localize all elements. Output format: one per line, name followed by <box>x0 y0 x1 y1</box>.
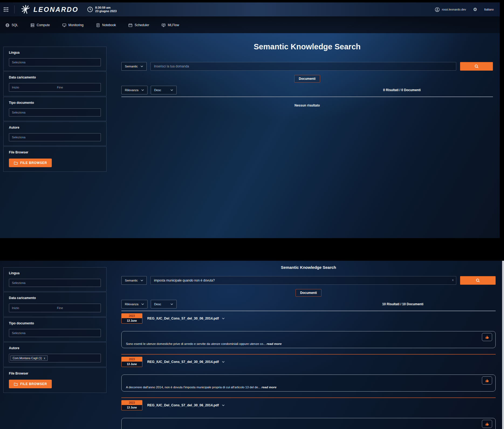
filter-lingua: Lingua <box>3 47 107 71</box>
sort-direction-select[interactable]: Desc <box>151 86 177 94</box>
sort-field-select[interactable]: Rilevanza <box>121 300 148 308</box>
file-browser-button[interactable]: FILE BROWSER <box>9 159 52 167</box>
date-range-input[interactable]: Inizio Fine <box>9 304 101 312</box>
sort-direction-select[interactable]: Desc <box>151 300 177 308</box>
filters-sidebar: Lingua Data caricamento Inizio Fine Tipo… <box>3 47 107 172</box>
top-header: LEONARDO 8:30:59 am 23 giugno 2023 <box>0 2 500 17</box>
no-results-message: Nessun risultato <box>121 104 493 107</box>
chevron-down-icon <box>140 66 143 67</box>
leonardo-logo: LEONARDO <box>20 4 78 15</box>
chip-remove-icon[interactable]: x <box>44 357 45 360</box>
result-item: 2023 13 June REG_IUC_Del_Cons_57_del_30_… <box>121 357 496 392</box>
nav-item-scheduler[interactable]: Scheduler <box>128 23 149 27</box>
autore-select[interactable]: Com.Montana Cagli (1) x <box>9 354 101 362</box>
search-button[interactable] <box>460 276 496 285</box>
read-more-link[interactable]: read more <box>267 342 282 345</box>
nav-item-compute[interactable]: Compute <box>30 23 50 27</box>
inizio-placeholder: Inizio <box>12 306 19 310</box>
tipo-documento-select[interactable] <box>9 108 101 116</box>
inizio-placeholder: Inizio <box>12 86 19 89</box>
nav-item-notebook[interactable]: Notebook <box>96 23 116 27</box>
chevron-down-icon <box>170 303 173 305</box>
clear-search-icon[interactable]: x <box>452 279 454 282</box>
results-count: 0 Risultati / 0 Documenti <box>383 88 421 92</box>
date-range-input[interactable]: Inizio Fine <box>9 83 101 92</box>
nav-item-label: Compute <box>37 23 50 27</box>
nav-item-label: MLFlow <box>168 23 179 27</box>
clock-icon <box>87 6 93 12</box>
filter-lingua: Lingua <box>3 267 107 291</box>
language-selector[interactable]: Italiano <box>484 8 494 11</box>
result-filename[interactable]: REG_IUC_Del_Cons_57_del_30_06_2014.pdf <box>147 403 225 407</box>
result-snippet-card: A decorrere dall'anno 2014, non è dovuta… <box>121 375 496 392</box>
result-divider-orange <box>121 397 496 398</box>
sql-icon <box>5 23 9 27</box>
chevron-down-icon <box>170 89 173 91</box>
nav-item-monitoring[interactable]: Monitoring <box>62 23 84 27</box>
result-filename[interactable]: REG_IUC_Del_Cons_57_del_30_06_2014.pdf <box>147 317 225 320</box>
search-input[interactable] <box>150 62 456 71</box>
badge-year: 2023 <box>122 400 142 405</box>
chevron-down-icon <box>140 280 143 281</box>
nav-item-sql[interactable]: SQL <box>5 23 18 27</box>
folder-icon <box>14 382 18 386</box>
chevron-down-icon <box>222 361 225 363</box>
thumbs-up-icon <box>485 422 489 426</box>
nav-item-mlflow[interactable]: MLFlow <box>162 23 179 27</box>
chevron-down-icon <box>222 318 225 319</box>
read-more-link[interactable]: read more <box>262 386 277 389</box>
screenshot-results-state: Lingua Data caricamento Inizio Fine Tipo… <box>0 261 504 429</box>
clock-date: 23 giugno 2023 <box>95 9 116 13</box>
filter-tipo-label: Tipo documento <box>9 101 101 105</box>
sort-field-select[interactable]: Rilevanza <box>121 86 148 94</box>
thumbs-up-icon <box>485 379 489 383</box>
user-name: rossi.leonardo.dev <box>442 8 466 11</box>
divider <box>14 5 15 13</box>
lingua-select[interactable] <box>9 58 101 66</box>
user-menu[interactable]: rossi.leonardo.dev <box>435 7 466 12</box>
search-mode-select[interactable]: Semantic <box>121 62 147 71</box>
result-snippet-card: 184, comma 2, del Decreto Legislativo 3 … <box>121 418 496 429</box>
search-input[interactable] <box>150 276 456 285</box>
brand-name: LEONARDO <box>33 6 78 13</box>
fine-placeholder: Fine <box>57 306 63 310</box>
clock-time: 8:30:59 am <box>95 6 116 9</box>
tab-documenti[interactable]: Documenti <box>296 289 321 297</box>
search-button[interactable] <box>460 62 493 71</box>
tab-documenti[interactable]: Documenti <box>294 75 320 83</box>
search-icon <box>474 64 479 68</box>
result-item: 2023 13 June REG_IUC_Del_Cons_57_del_30_… <box>121 313 496 348</box>
filter-autore: Autore <box>3 122 107 146</box>
result-item: 2023 13 June REG_IUC_Del_Cons_57_del_30_… <box>121 400 496 429</box>
scheduler-icon <box>128 23 132 27</box>
filter-data-caricamento: Data caricamento Inizio Fine <box>3 292 107 317</box>
result-snippet-card: Sono esenti le utenze domestiche prive d… <box>121 331 496 348</box>
filter-lingua-label: Lingua <box>9 271 101 275</box>
date-badge: 2023 13 June <box>121 400 142 410</box>
filter-data-label: Data caricamento <box>9 75 101 79</box>
result-filename[interactable]: REG_IUC_Del_Cons_57_del_30_06_2014.pdf <box>147 360 225 364</box>
result-divider-orange <box>121 354 496 355</box>
file-browser-button[interactable]: FILE BROWSER <box>9 380 52 388</box>
apps-grid-icon[interactable] <box>4 7 8 12</box>
tipo-documento-select[interactable] <box>9 329 101 337</box>
search-bar: Semantic <box>121 62 493 71</box>
chevron-down-icon <box>141 303 144 305</box>
result-snippet: A decorrere dall'anno 2014, non è dovuta… <box>126 386 276 389</box>
thumbs-up-button[interactable] <box>482 420 492 428</box>
thumbs-up-button[interactable] <box>482 333 492 341</box>
result-snippet: Sono esenti le utenze domestiche prive d… <box>126 342 282 345</box>
badge-day: 13 June <box>122 318 142 323</box>
badge-day: 13 June <box>122 362 142 367</box>
autore-chip: Com.Montana Cagli (1) x <box>10 355 48 361</box>
settings-gear-icon[interactable]: ⚙ <box>473 7 477 12</box>
filters-sidebar: Lingua Data caricamento Inizio Fine Tipo… <box>3 267 107 393</box>
autore-select[interactable] <box>9 133 101 141</box>
file-browser-section: File Browser FILE BROWSER <box>3 146 107 172</box>
vertical-scrollbar[interactable] <box>502 261 504 429</box>
thumbs-up-button[interactable] <box>482 376 492 385</box>
lingua-select[interactable] <box>9 279 101 287</box>
filter-autore-label: Autore <box>9 126 101 129</box>
badge-day: 13 June <box>122 405 142 410</box>
search-mode-select[interactable]: Semantic <box>121 276 147 285</box>
